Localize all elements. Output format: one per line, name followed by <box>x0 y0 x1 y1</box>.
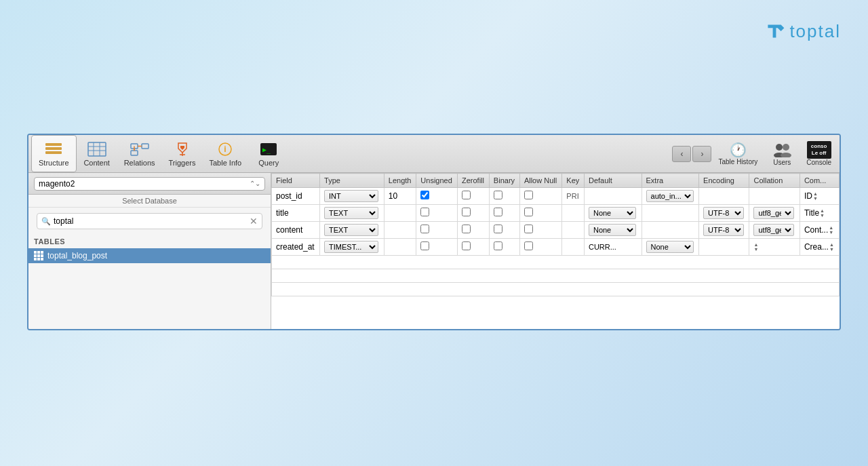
extra-select[interactable]: auto_in... <box>646 190 694 202</box>
extra-select[interactable]: None <box>646 241 694 253</box>
select-database-label: Select Database <box>28 195 271 208</box>
extra-cell[interactable]: None <box>642 239 699 256</box>
binary-cell[interactable] <box>489 205 519 222</box>
type-cell[interactable]: TEXT <box>320 222 384 239</box>
default-cell[interactable]: None <box>584 222 642 239</box>
unsigned-check[interactable] <box>420 241 429 250</box>
type-select[interactable]: TEXT <box>324 224 378 236</box>
unsigned-check[interactable] <box>420 208 429 216</box>
binary-check[interactable] <box>494 225 502 233</box>
col-default: Default <box>584 174 642 188</box>
length-cell: 10 <box>384 188 416 205</box>
toptal-logo: toptal <box>764 20 841 42</box>
col-type: Type <box>320 174 384 188</box>
binary-check[interactable] <box>494 191 502 199</box>
table-history-button[interactable]: 🕐 Table History <box>713 139 763 168</box>
table-item[interactable]: toptal_blog_post <box>28 248 271 263</box>
extra-cell[interactable]: auto_in... <box>642 188 699 205</box>
collation-cell[interactable]: ▲▼ <box>749 239 800 256</box>
encoding-select[interactable]: UTF-8 <box>703 224 744 236</box>
tableinfo-label: Table Info <box>210 159 242 167</box>
type-select[interactable]: TEXT <box>324 207 378 219</box>
tableinfo-button[interactable]: i Table Info <box>203 135 249 172</box>
col-zerofill: Zerofill <box>457 174 489 188</box>
svg-rect-0 <box>45 143 62 146</box>
binary-check[interactable] <box>494 208 502 216</box>
main-content: Field Type Length Unsigned Zerofill Bina… <box>271 173 840 329</box>
search-wrapper: 🔍 ✕ <box>28 208 271 235</box>
collation-cell[interactable]: utf8_ge <box>749 205 800 222</box>
zerofill-check[interactable] <box>462 191 471 199</box>
zerofill-check[interactable] <box>462 241 471 250</box>
binary-cell[interactable] <box>489 239 519 256</box>
zerofill-cell[interactable] <box>457 205 489 222</box>
table-row: post_id INT 10 PRI <box>272 188 840 205</box>
default-select[interactable]: None <box>589 224 636 236</box>
db-dropdown[interactable]: magento2 ⌃⌄ <box>34 177 265 191</box>
collation-cell[interactable]: utf8_ge <box>749 222 800 239</box>
triggers-icon <box>173 141 192 157</box>
key-cell <box>562 205 585 222</box>
structure-button[interactable]: Structure <box>31 135 77 172</box>
allownull-check[interactable] <box>524 208 533 216</box>
col-length: Length <box>384 174 416 188</box>
unsigned-cell[interactable] <box>416 239 458 256</box>
type-cell[interactable]: TIMEST... <box>320 239 384 256</box>
type-select[interactable]: TIMEST... <box>324 241 378 253</box>
unsigned-cell[interactable] <box>416 205 458 222</box>
encoding-cell[interactable]: UTF-8 <box>699 222 749 239</box>
type-select[interactable]: INT <box>324 190 378 202</box>
col-allownull: Allow Null <box>519 174 561 188</box>
binary-cell[interactable] <box>489 188 519 205</box>
unsigned-check[interactable] <box>420 191 429 199</box>
binary-cell[interactable] <box>489 222 519 239</box>
search-clear-icon[interactable]: ✕ <box>250 216 258 226</box>
search-input[interactable] <box>54 216 250 226</box>
content-button[interactable]: Content <box>77 135 117 172</box>
unsigned-cell[interactable] <box>416 222 458 239</box>
default-cell <box>584 188 642 205</box>
length-cell <box>384 222 416 239</box>
allownull-check[interactable] <box>524 191 533 199</box>
content-icon <box>87 141 106 157</box>
comment-value: Cont... <box>804 225 828 235</box>
unsigned-check[interactable] <box>420 225 429 233</box>
console-button[interactable]: conso Le off Console <box>801 138 837 168</box>
allownull-cell[interactable] <box>519 205 561 222</box>
nav-back-button[interactable]: ‹ <box>672 146 691 162</box>
key-cell <box>562 239 585 256</box>
allownull-cell[interactable] <box>519 239 561 256</box>
table-row-empty <box>272 269 840 283</box>
query-button[interactable]: ▶_ Query <box>248 135 289 172</box>
relations-button[interactable]: Relations <box>117 135 162 172</box>
unsigned-cell[interactable] <box>416 188 458 205</box>
default-cell: CURR... <box>584 239 642 256</box>
encoding-select[interactable]: UTF-8 <box>703 207 744 219</box>
allownull-cell[interactable] <box>519 222 561 239</box>
nav-forward-button[interactable]: › <box>692 146 711 162</box>
col-encoding: Encoding <box>699 174 749 188</box>
collation-select[interactable]: utf8_ge <box>753 224 794 236</box>
zerofill-cell[interactable] <box>457 188 489 205</box>
type-cell[interactable]: TEXT <box>320 205 384 222</box>
zerofill-cell[interactable] <box>457 239 489 256</box>
allownull-cell[interactable] <box>519 188 561 205</box>
binary-check[interactable] <box>494 241 502 250</box>
allownull-check[interactable] <box>524 241 533 250</box>
default-select[interactable]: None <box>589 207 636 219</box>
length-cell <box>384 239 416 256</box>
users-button[interactable]: Users <box>764 138 800 169</box>
zerofill-check[interactable] <box>462 225 471 233</box>
default-cell[interactable]: None <box>584 205 642 222</box>
encoding-cell[interactable]: UTF-8 <box>699 205 749 222</box>
zerofill-cell[interactable] <box>457 222 489 239</box>
field-cell: title <box>272 205 320 222</box>
type-cell[interactable]: INT <box>320 188 384 205</box>
collation-select[interactable]: utf8_ge <box>753 207 794 219</box>
zerofill-check[interactable] <box>462 208 471 216</box>
triggers-button[interactable]: Triggers <box>162 135 203 172</box>
spinner-arrows: ▲▼ <box>753 242 758 252</box>
toptal-text: toptal <box>789 21 841 42</box>
allownull-check[interactable] <box>524 225 533 233</box>
query-icon: ▶_ <box>259 141 278 157</box>
